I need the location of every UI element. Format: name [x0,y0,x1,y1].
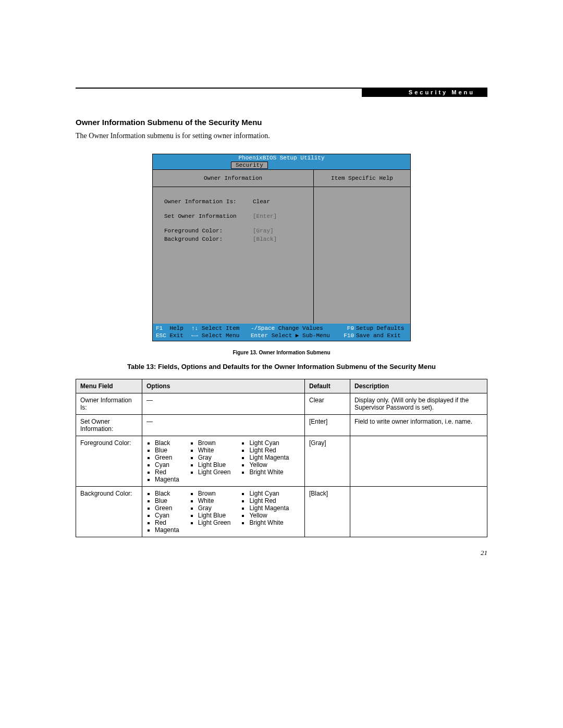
bios-key-updown: ↑↓ [191,325,198,331]
bios-value: Clear [253,199,270,205]
bios-row-fg-color: Foreground Color: [Gray] [164,228,307,234]
th-menu-field: Menu Field [76,379,142,393]
table-title: Table 13: Fields, Options and Defaults f… [76,363,487,371]
list-item: Yellow [249,461,289,468]
bios-help-title: Item Specific Help [314,170,410,187]
fields-table: Menu Field Options Default Description O… [76,379,487,537]
bios-key-space-label: Change Values [278,325,323,331]
table-row: Owner Information Is: — Clear Display on… [76,393,487,414]
bios-key-esc-label: Exit [169,332,183,339]
cell-field: Foreground Color: [76,436,142,486]
list-item: Bright White [249,519,289,526]
bios-row-owner-info-is: Owner Information Is: Clear [164,199,307,205]
list-item: Light Cyan [249,490,289,497]
list-item: Black [155,439,179,447]
bios-tab-row: Security [153,162,410,169]
bios-key-f1: F1 [156,325,163,331]
bios-key-f10-label: Save and Exit [356,332,401,339]
list-item: Green [155,504,179,512]
header-banner: Security Menu [362,88,487,97]
list-item: White [198,497,231,504]
list-item: Blue [155,447,179,454]
list-item: Light Blue [198,461,231,468]
bios-row-bg-color: Background Color: [Black] [164,236,307,242]
bios-key-esc: ESC [156,332,166,339]
list-item: Light Magenta [249,454,289,461]
bios-label: Owner Information Is: [164,199,253,205]
cell-field: Owner Information Is: [76,393,142,414]
bios-key-leftright: ←→ [191,332,198,339]
list-item: Gray [198,454,231,461]
bios-row-set-owner-info: Set Owner Information [Enter] [164,213,307,219]
cell-description: Display only. (Will only be displayed if… [350,393,487,414]
list-item: Light Green [198,468,231,476]
bios-key-enter-label: Select ▶ Sub-Menu [272,332,330,339]
list-item: Cyan [155,461,179,468]
bios-left-panel: Owner Information Owner Information Is: … [153,170,314,324]
page-header: Security Menu [76,88,487,96]
bios-panel-title: Owner Information [153,170,313,187]
list-item: Red [155,468,179,476]
section-intro: The Owner Information submenu is for set… [76,132,487,140]
bios-help-panel: Item Specific Help [314,170,410,324]
bios-title: PhoenixBIOS Setup Utility [153,154,410,162]
bios-label: Set Owner Information [164,213,253,219]
bios-value: [Gray] [253,228,274,234]
cell-description [350,436,487,486]
list-item: Black [155,490,179,497]
cell-default: [Enter] [305,414,350,436]
list-item: Light Magenta [249,504,289,512]
list-item: Magenta [155,476,179,483]
bios-key-updown-label: Select Item [202,325,240,331]
bios-screenshot: PhoenixBIOS Setup Utility Security Owner… [152,154,411,341]
table-row: Foreground Color: Black Blue Green Cyan … [76,436,487,486]
list-item: Light Green [198,519,231,526]
list-item: Green [155,454,179,461]
bios-label: Foreground Color: [164,228,253,234]
bios-footer: F1 Help ↑↓ Select Item -/Space Change Va… [153,324,410,341]
cell-default: [Black] [305,486,350,537]
cell-default: Clear [305,393,350,414]
table-row: Background Color: Black Blue Green Cyan … [76,486,487,537]
bios-value: [Enter] [253,213,277,219]
bios-tab-security: Security [231,162,268,169]
list-item: Blue [155,497,179,504]
list-item: Light Red [249,497,289,504]
list-item: Bright White [249,468,289,476]
bios-key-f9-label: Setup Defaults [356,325,404,331]
bios-key-f10: F10 [344,332,354,339]
cell-description [350,486,487,537]
bios-key-f9: F9 [347,325,354,331]
bios-value: [Black] [253,236,277,242]
cell-field: Background Color: [76,486,142,537]
list-item: Light Blue [198,512,231,519]
th-description: Description [350,379,487,393]
th-options: Options [142,379,305,393]
page-number: 21 [76,549,487,557]
bios-label: Background Color: [164,236,253,242]
bios-key-leftright-label: Select Menu [202,332,240,339]
bios-key-f1-label: Help [169,325,183,331]
figure-caption: Figure 13. Owner Information Submenu [76,350,487,355]
cell-options: — [142,414,305,436]
cell-field: Set Owner Information: [76,414,142,436]
list-item: Cyan [155,512,179,519]
list-item: Red [155,519,179,526]
cell-description: Field to write owner information, i.e. n… [350,414,487,436]
list-item: Gray [198,504,231,512]
table-row: Set Owner Information: — [Enter] Field t… [76,414,487,436]
list-item: Brown [198,439,231,447]
list-item: Light Red [249,447,289,454]
th-default: Default [305,379,350,393]
cell-default: [Gray] [305,436,350,486]
list-item: Magenta [155,526,179,534]
bios-key-enter: Enter [251,332,268,339]
cell-options: Black Blue Green Cyan Red Magenta Brown … [142,436,305,486]
cell-options: — [142,393,305,414]
cell-options: Black Blue Green Cyan Red Magenta Brown … [142,486,305,537]
section-heading: Owner Information Submenu of the Securit… [76,118,487,127]
list-item: Yellow [249,512,289,519]
list-item: Brown [198,490,231,497]
bios-key-space: -/Space [251,325,275,331]
list-item: White [198,447,231,454]
